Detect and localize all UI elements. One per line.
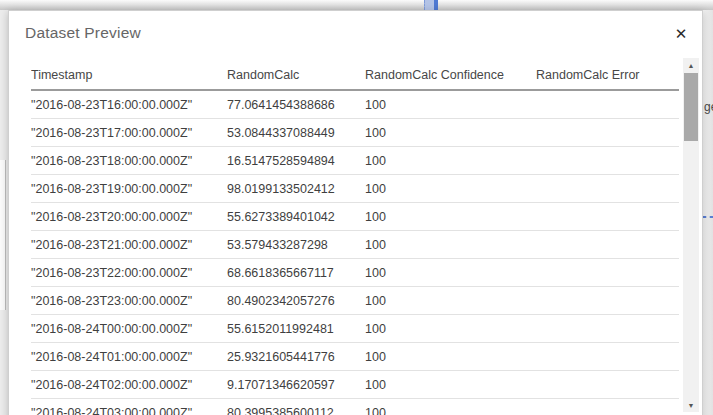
table-row: "2016-08-24T02:00:00.000Z"9.170713466205… <box>31 371 679 399</box>
table-row: "2016-08-23T20:00:00.000Z"55.62733894010… <box>31 203 679 231</box>
table-cell: 100 <box>365 406 536 415</box>
table-cell: 53.579433287298 <box>227 238 365 252</box>
table-cell: "2016-08-23T18:00:00.000Z" <box>31 154 227 168</box>
column-header-randomcalc: RandomCalc <box>227 68 365 82</box>
column-header-randomcalc-confidence: RandomCalc Confidence <box>365 68 536 82</box>
table-cell: 100 <box>365 322 536 336</box>
table-cell: 77.0641454388686 <box>227 98 365 112</box>
scrollbar-down-arrow[interactable]: ▼ <box>683 398 699 412</box>
table-cell: "2016-08-24T01:00:00.000Z" <box>31 350 227 364</box>
vertical-scrollbar[interactable]: ▲ ▼ <box>683 58 699 412</box>
screen: ge Dataset Preview ✕ Timestamp RandomCal… <box>0 0 713 415</box>
table-row: "2016-08-23T16:00:00.000Z"77.06414543886… <box>31 91 679 119</box>
background-dashed-line-fragment <box>703 216 713 218</box>
table-row: "2016-08-23T19:00:00.000Z"98.01991335024… <box>31 175 679 203</box>
column-header-randomcalc-error: RandomCalc Error <box>536 68 679 82</box>
background-clipped-text: ge <box>704 100 713 114</box>
table-cell: 16.5147528594894 <box>227 154 365 168</box>
table-cell: "2016-08-23T17:00:00.000Z" <box>31 126 227 140</box>
table-body: "2016-08-23T16:00:00.000Z"77.06414543886… <box>31 91 679 415</box>
table-cell: 9.17071346620597 <box>227 378 365 392</box>
table-cell: 68.6618365667117 <box>227 266 365 280</box>
table-cell: 25.9321605441776 <box>227 350 365 364</box>
table-cell: 100 <box>365 126 536 140</box>
table-cell: 100 <box>365 238 536 252</box>
table-cell: "2016-08-23T20:00:00.000Z" <box>31 210 227 224</box>
background-right-strip: ge <box>703 10 713 415</box>
table-cell: "2016-08-24T02:00:00.000Z" <box>31 378 227 392</box>
table-cell: 100 <box>365 154 536 168</box>
table-cell: 100 <box>365 182 536 196</box>
table-row: "2016-08-23T23:00:00.000Z"80.49023420572… <box>31 287 679 315</box>
table-row: "2016-08-23T22:00:00.000Z"68.66183656671… <box>31 259 679 287</box>
table-cell: 80.4902342057276 <box>227 294 365 308</box>
column-header-timestamp: Timestamp <box>31 68 227 82</box>
dialog-title: Dataset Preview <box>25 24 141 42</box>
background-left-panel-edge <box>0 160 6 310</box>
table-cell: 98.0199133502412 <box>227 182 365 196</box>
table-cell: "2016-08-23T19:00:00.000Z" <box>31 182 227 196</box>
table-cell: "2016-08-23T21:00:00.000Z" <box>31 238 227 252</box>
table-cell: 100 <box>365 98 536 112</box>
table-header-row: Timestamp RandomCalc RandomCalc Confiden… <box>31 61 679 91</box>
background-chart-fragment-bar <box>434 0 438 10</box>
table-row: "2016-08-24T01:00:00.000Z"25.93216054417… <box>31 343 679 371</box>
table-cell: "2016-08-23T16:00:00.000Z" <box>31 98 227 112</box>
down-triangle-icon: ▼ <box>688 402 695 409</box>
table-row: "2016-08-23T18:00:00.000Z"16.51475285948… <box>31 147 679 175</box>
scrollbar-up-arrow[interactable]: ▲ <box>683 58 699 72</box>
close-icon: ✕ <box>675 25 688 42</box>
table-cell: 100 <box>365 294 536 308</box>
scrollbar-thumb[interactable] <box>684 73 698 141</box>
dataset-preview-dialog: Dataset Preview ✕ Timestamp RandomCalc R… <box>8 10 703 415</box>
table-cell: 53.0844337088449 <box>227 126 365 140</box>
table-cell: "2016-08-24T03:00:00.000Z" <box>31 406 227 415</box>
up-triangle-icon: ▲ <box>688 62 695 69</box>
table-cell: 80.3995385600112 <box>227 406 365 415</box>
close-button[interactable]: ✕ <box>670 23 692 45</box>
table-row: "2016-08-24T03:00:00.000Z"80.39953856001… <box>31 399 679 415</box>
table-cell: "2016-08-23T23:00:00.000Z" <box>31 294 227 308</box>
table-cell: 100 <box>365 266 536 280</box>
table-cell: 100 <box>365 378 536 392</box>
table-cell: "2016-08-23T22:00:00.000Z" <box>31 266 227 280</box>
table-cell: 100 <box>365 210 536 224</box>
table-row: "2016-08-23T21:00:00.000Z"53.57943328729… <box>31 231 679 259</box>
table-cell: "2016-08-24T00:00:00.000Z" <box>31 322 227 336</box>
table-row: "2016-08-24T00:00:00.000Z"55.61520119924… <box>31 315 679 343</box>
table-cell: 55.6152011992481 <box>227 322 365 336</box>
table-row: "2016-08-23T17:00:00.000Z"53.08443370884… <box>31 119 679 147</box>
background-top-strip <box>0 0 713 10</box>
table-cell: 100 <box>365 350 536 364</box>
table-cell: 55.6273389401042 <box>227 210 365 224</box>
